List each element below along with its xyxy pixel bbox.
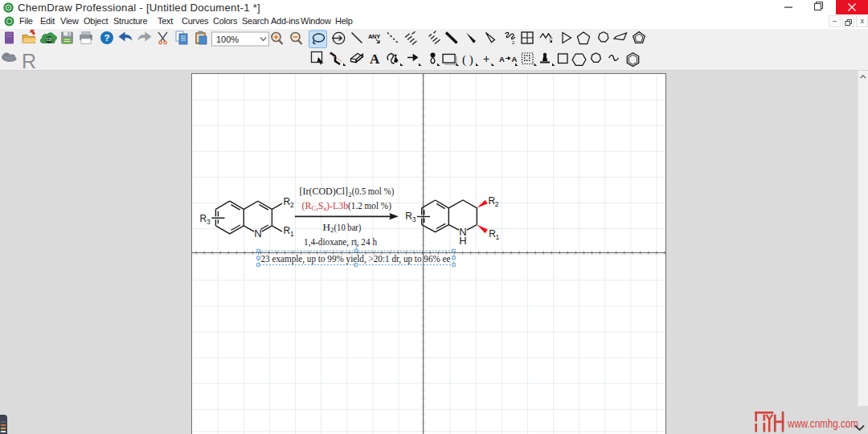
svg-text:H: H: [459, 235, 466, 247]
svg-text:[Ir(COD)Cl]: [Ir(COD)Cl]: [300, 185, 349, 197]
svg-text:CD: CD: [47, 38, 52, 42]
svg-text:(0.5 mol %): (0.5 mol %): [352, 185, 395, 197]
svg-text:ANY: ANY: [368, 33, 380, 40]
svg-text:?: ?: [104, 33, 109, 43]
svg-text:R: R: [22, 50, 36, 71]
svg-text:3: 3: [207, 218, 211, 226]
svg-text:( ): ( ): [462, 53, 473, 67]
svg-text:A: A: [499, 55, 505, 63]
svg-text:(10 bar): (10 bar): [334, 221, 362, 233]
svg-text:2: 2: [290, 201, 294, 209]
svg-text:A: A: [512, 55, 518, 63]
svg-text:100%: 100%: [216, 35, 239, 44]
svg-text:1: 1: [290, 230, 294, 238]
svg-text:2: 2: [495, 200, 499, 208]
svg-text:+: +: [483, 52, 489, 65]
svg-text:23 example, up to 99% yield, >: 23 example, up to 99% yield, >20:1 dr, u…: [261, 252, 451, 264]
svg-text:(1.2 mol %): (1.2 mol %): [348, 199, 391, 211]
svg-text:2: 2: [512, 40, 515, 45]
svg-text:A: A: [370, 51, 380, 67]
svg-text:www.cnmhg.com: www.cnmhg.com: [787, 416, 858, 430]
svg-text:n: n: [550, 35, 552, 40]
svg-text:3: 3: [412, 215, 416, 223]
svg-text:1: 1: [496, 233, 500, 241]
svg-text:N: N: [254, 227, 261, 240]
svg-text:1,4-dioxane, rt, 24 h: 1,4-dioxane, rt, 24 h: [304, 235, 377, 248]
